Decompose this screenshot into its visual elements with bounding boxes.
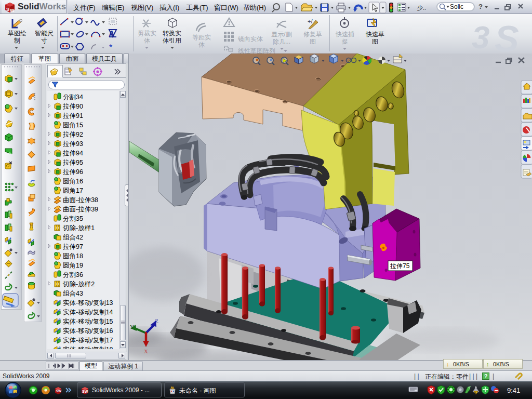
svg-text:实体-移动/复制15: 实体-移动/复制15 — [63, 318, 113, 325]
svg-text:少..: 少.. — [417, 5, 426, 11]
svg-text:拉伸97: 拉伸97 — [62, 243, 83, 250]
svg-text:圆角18: 圆角18 — [63, 252, 83, 260]
svg-text:分割35: 分割35 — [63, 215, 83, 222]
svg-text:切除-放样2: 切除-放样2 — [62, 281, 95, 288]
svg-text:实体-移动/复制17: 实体-移动/复制17 — [63, 337, 113, 344]
svg-text:Z: Z — [155, 318, 158, 324]
svg-text:拉伸92: 拉伸92 — [62, 131, 83, 138]
svg-text:组合43: 组合43 — [63, 290, 83, 297]
svg-text:W: W — [10, 8, 15, 13]
svg-text:拉伸95: 拉伸95 — [62, 159, 83, 166]
svg-text:S: S — [495, 19, 519, 54]
svg-text:实体-移动/复制14: 实体-移动/复制14 — [63, 309, 113, 316]
svg-text:曲面-拉伸38: 曲面-拉伸38 — [63, 196, 98, 204]
svg-text:圆角19: 圆角19 — [63, 262, 83, 269]
svg-text:拉伸96: 拉伸96 — [62, 168, 83, 176]
svg-text:分割36: 分割36 — [63, 271, 83, 278]
svg-text:拉伸90: 拉伸90 — [62, 103, 83, 110]
svg-text:圆角17: 圆角17 — [63, 187, 83, 194]
svg-text:实体-移动/复制18: 实体-移动/复制18 — [63, 346, 113, 349]
svg-text:圆角16: 圆角16 — [63, 178, 83, 185]
svg-text:SW: SW — [56, 389, 62, 393]
svg-text:*: * — [109, 43, 112, 52]
svg-text:圆角15: 圆角15 — [63, 122, 83, 129]
svg-text:A: A — [109, 30, 115, 38]
svg-text:SW: SW — [82, 390, 88, 393]
svg-text:拉伸75: 拉伸75 — [390, 262, 410, 270]
svg-text:曲面-拉伸39: 曲面-拉伸39 — [63, 206, 98, 213]
svg-text:拉伸91: 拉伸91 — [62, 112, 83, 119]
svg-text:Y: Y — [130, 324, 134, 330]
svg-text:S: S — [6, 7, 9, 12]
svg-text:实体-移动/复制13: 实体-移动/复制13 — [63, 299, 113, 307]
svg-text:切除-放样1: 切除-放样1 — [62, 224, 95, 232]
svg-text:X: X — [144, 348, 148, 354]
svg-text:实体-移动/复制16: 实体-移动/复制16 — [63, 327, 113, 335]
svg-text:+/: +/ — [308, 18, 313, 24]
svg-text:3: 3 — [472, 19, 489, 54]
svg-text:拉伸93: 拉伸93 — [62, 140, 83, 148]
svg-text:组合42: 组合42 — [63, 234, 83, 241]
svg-text:拉伸94: 拉伸94 — [62, 150, 83, 157]
svg-text:分割34: 分割34 — [63, 94, 83, 101]
